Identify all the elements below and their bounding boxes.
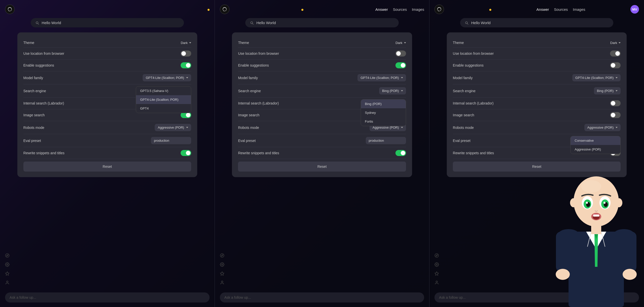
eval-preset-row-2: Eval preset [238, 134, 406, 147]
panel-1-header [5, 5, 210, 14]
robots-chevron-1 [186, 127, 188, 128]
model-option-gpt4lite[interactable]: GPT4-Lite (Scallion; POR) [136, 95, 191, 104]
eval-preset-input-2[interactable] [366, 137, 406, 144]
model-family-chevron-2 [401, 77, 403, 78]
robots-chevron-2 [401, 127, 403, 128]
tab-answer-3[interactable]: Answer [536, 7, 549, 12]
rewrite-label-1: Rewrite snippets and titles [23, 151, 64, 155]
suggestions-label-3: Enable suggestions [453, 63, 484, 67]
svg-point-36 [615, 198, 622, 207]
location-toggle-3[interactable] [610, 50, 621, 57]
search-icon-1 [35, 21, 39, 25]
eval-preset-input-1[interactable] [151, 137, 191, 144]
nav-tabs-2: Answer Sources Images [375, 7, 424, 12]
tab-images-2[interactable]: Images [412, 7, 424, 12]
location-label-1: Use location from browser [23, 52, 64, 56]
sidebar-icons-2 [220, 251, 424, 287]
panel-2-bottom: Ask a follow up... [220, 243, 424, 302]
theme-chevron-3 [619, 42, 621, 43]
search-engine-label-1: Search engine [23, 89, 46, 93]
location-toggle-1[interactable] [181, 50, 191, 57]
svg-point-0 [6, 254, 9, 258]
follow-up-1[interactable]: Ask a follow up... [5, 292, 210, 302]
search-engine-dropdown-3[interactable]: Bing (POR) [594, 87, 621, 94]
model-family-dropdown-1[interactable]: GPT4-Lite (Scallion; POR) [143, 74, 191, 81]
search-option-sydney[interactable]: Sydney [361, 108, 406, 117]
location-row-2: Use location from browser [238, 48, 406, 60]
model-family-dropdown-2[interactable]: GPT4-Lite (Scallion; POR) [357, 74, 406, 81]
model-option-gpt35[interactable]: GPT3.5 (Sahara-V) [136, 86, 191, 95]
search-engine-chevron-2 [401, 90, 403, 91]
star-icon-2 [220, 271, 224, 276]
panel-1-bottom: Ask a follow up... [5, 243, 210, 302]
model-family-row-1: Model family GPT4-Lite (Scallion; POR) G… [23, 71, 191, 84]
svg-point-12 [436, 264, 437, 265]
robots-mode-dropdown-3[interactable]: Aggressive (POR) [584, 124, 621, 131]
svg-point-5 [220, 254, 224, 258]
svg-point-14 [436, 281, 437, 282]
model-option-gpt4[interactable]: GPT4 [136, 104, 191, 113]
svg-point-7 [221, 264, 223, 265]
follow-up-2[interactable]: Ask a follow up... [220, 292, 424, 302]
logo-icon-3[interactable] [434, 5, 444, 14]
settings-icon-2 [220, 262, 224, 267]
location-row-3: Use location from browser [453, 48, 621, 60]
panel-3-header: Answer Sources Images MV [434, 5, 639, 14]
internal-search-label-3: Internal search (Labrador) [453, 101, 494, 105]
suggestions-toggle-1[interactable] [181, 62, 191, 68]
search-bar-1[interactable]: Hello World [31, 18, 184, 27]
search-engine-menu-2: Bing (POR) Sydney Fortis [361, 99, 406, 126]
robots-mode-row-3: Robots mode Aggressive (POR) Conservativ… [453, 121, 621, 134]
search-icon-3 [465, 21, 469, 25]
robots-option-conservative[interactable]: Conservative [571, 136, 620, 145]
theme-row-2: Theme Dark [238, 38, 406, 48]
search-engine-label-2: Search engine [238, 89, 261, 93]
rewrite-row-2: Rewrite snippets and titles [238, 147, 406, 159]
image-search-toggle-3[interactable] [610, 112, 621, 118]
theme-value-1[interactable]: Dark [181, 41, 191, 45]
model-family-dropdown-3[interactable]: GPT4-Lite (Scallion; POR) [572, 74, 621, 81]
search-bar-2[interactable]: Hello World [245, 18, 399, 27]
robots-mode-dropdown-1[interactable]: Aggressive (POR) [155, 124, 191, 131]
svg-marker-1 [7, 255, 8, 256]
suggestions-toggle-2[interactable] [395, 62, 406, 68]
search-engine-dropdown-2[interactable]: Bing (POR) [379, 87, 406, 94]
reset-button-2[interactable]: Reset [238, 162, 406, 172]
logo-icon-1[interactable] [5, 5, 15, 14]
search-option-fortis[interactable]: Fortis [361, 117, 406, 126]
user-icon-3 [434, 280, 439, 285]
suggestions-toggle-3[interactable] [610, 62, 621, 68]
eval-preset-row-1: Eval preset [23, 134, 191, 147]
openai-logo-3 [436, 7, 442, 12]
tab-sources-2[interactable]: Sources [393, 7, 407, 12]
model-family-label-2: Model family [238, 76, 258, 80]
theme-value-2[interactable]: Dark [395, 41, 406, 45]
search-option-bing[interactable]: Bing (POR) [361, 99, 406, 108]
rewrite-toggle-1[interactable] [181, 150, 191, 156]
theme-label-2: Theme [238, 41, 249, 45]
rewrite-row-1: Rewrite snippets and titles [23, 147, 191, 159]
eval-preset-label-3: Eval preset [453, 139, 470, 143]
location-toggle-2[interactable] [395, 50, 406, 57]
robots-mode-label-1: Robots mode [23, 126, 44, 130]
tab-sources-3[interactable]: Sources [554, 7, 568, 12]
rewrite-toggle-2[interactable] [395, 150, 406, 156]
reset-button-1[interactable]: Reset [23, 162, 191, 172]
robots-mode-label-3: Robots mode [453, 126, 474, 130]
anime-character-svg [548, 161, 644, 307]
theme-value-3[interactable]: Dark [610, 41, 621, 45]
tab-answer-2[interactable]: Answer [375, 7, 388, 12]
logo-icon-2[interactable] [220, 5, 229, 14]
internal-search-toggle-3[interactable] [610, 100, 621, 106]
search-bar-3[interactable]: Hello World [460, 18, 614, 27]
theme-chevron-2 [404, 42, 406, 43]
svg-point-35 [570, 198, 577, 207]
robots-option-aggressive[interactable]: Aggressive (POR) [571, 145, 620, 154]
svg-point-23 [581, 180, 601, 193]
tab-images-3[interactable]: Images [573, 7, 585, 12]
star-icon-1 [5, 271, 10, 276]
openai-logo-2 [222, 7, 227, 12]
settings-modal-3: Theme Dark Use location from browser Ena… [447, 32, 627, 177]
robots-chevron-3 [616, 127, 618, 128]
search-text-2: Hello World [256, 21, 276, 25]
